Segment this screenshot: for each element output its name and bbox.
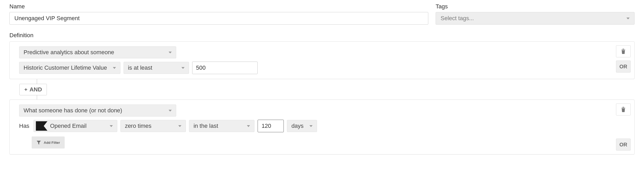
rule2-timeframe-op-value: in the last (193, 123, 218, 129)
rule2-category-value: What someone has done (or not done) (24, 107, 122, 114)
rule2-count-value: zero times (125, 123, 151, 129)
rule2-count-select[interactable]: zero times (120, 120, 186, 132)
tags-select[interactable]: Select tags... (436, 12, 635, 25)
rule1-operator-select[interactable]: is at least (124, 62, 189, 74)
add-filter-label: Add Filter (44, 141, 60, 145)
klaviyo-icon (36, 121, 47, 131)
rule2-or-button[interactable]: OR (616, 139, 631, 151)
rule-card-1: Predictive analytics about someone Histo… (9, 41, 635, 79)
rule1-metric-value: Historic Customer Lifetime Value (24, 64, 107, 71)
filter-icon (36, 140, 41, 145)
rule1-or-button[interactable]: OR (616, 60, 631, 73)
rule2-timeframe-value-input[interactable] (258, 120, 284, 132)
rule1-operator-value: is at least (128, 64, 152, 71)
chevron-down-icon (178, 125, 181, 127)
chevron-down-icon (110, 125, 113, 127)
chevron-down-icon (626, 18, 630, 19)
chevron-down-icon (247, 125, 250, 127)
tags-label: Tags (436, 3, 635, 10)
chevron-down-icon (113, 67, 116, 69)
name-label: Name (9, 3, 428, 10)
rule1-category-select[interactable]: Predictive analytics about someone (19, 46, 176, 58)
definition-label: Definition (9, 32, 635, 39)
add-filter-button[interactable]: Add Filter (32, 136, 65, 148)
rule1-delete-button[interactable] (616, 45, 631, 57)
rule2-event-select[interactable]: Opened Email (34, 120, 117, 132)
tags-placeholder: Select tags... (441, 15, 474, 22)
rule2-unit-select[interactable]: days (287, 120, 317, 132)
rule2-timeframe-op-select[interactable]: in the last (189, 120, 254, 132)
or-label: OR (619, 64, 627, 70)
rule2-delete-button[interactable] (616, 103, 631, 116)
plus-icon: + (24, 87, 27, 92)
name-input[interactable] (9, 12, 428, 25)
and-button[interactable]: + AND (19, 84, 47, 95)
chevron-down-icon (169, 110, 172, 112)
chevron-down-icon (181, 67, 185, 69)
chevron-down-icon (169, 52, 172, 53)
rule2-unit-value: days (291, 123, 303, 129)
rule1-metric-select[interactable]: Historic Customer Lifetime Value (19, 62, 120, 74)
and-connector: + AND (9, 79, 635, 100)
rule1-value-input[interactable] (192, 62, 258, 74)
and-label: AND (30, 86, 42, 93)
trash-icon (621, 107, 626, 112)
rule2-category-select[interactable]: What someone has done (or not done) (19, 104, 176, 117)
rule2-event-value: Opened Email (50, 123, 86, 129)
chevron-down-icon (309, 125, 313, 127)
rule1-category-value: Predictive analytics about someone (24, 49, 114, 56)
or-label: OR (619, 142, 627, 148)
rule-card-2: What someone has done (or not done) Has … (9, 100, 635, 155)
has-label: Has (19, 123, 29, 129)
trash-icon (621, 49, 626, 54)
